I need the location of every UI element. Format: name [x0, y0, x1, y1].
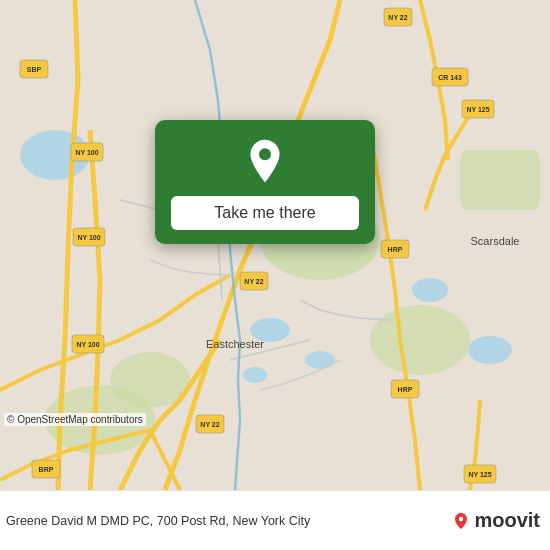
svg-text:NY 100: NY 100: [77, 234, 100, 241]
location-pin-icon: [241, 138, 289, 186]
svg-point-3: [305, 351, 335, 369]
svg-text:NY 100: NY 100: [75, 149, 98, 156]
svg-point-4: [243, 367, 267, 383]
moovit-logo-text: moovit: [474, 509, 540, 532]
svg-point-6: [468, 336, 512, 364]
moovit-pin-icon: [452, 512, 470, 530]
svg-text:CR 143: CR 143: [438, 74, 462, 81]
osm-credit: © OpenStreetMap contributors: [4, 413, 146, 426]
svg-text:Scarsdale: Scarsdale: [471, 235, 520, 247]
svg-text:NY 125: NY 125: [466, 106, 489, 113]
footer: Greene David M DMD PC, 700 Post Rd, New …: [0, 490, 550, 550]
svg-point-5: [412, 278, 448, 302]
map-container: NY 22 NY 100 NY 100 NY 100 SBP NY 22 NY …: [0, 0, 550, 490]
svg-text:NY 125: NY 125: [468, 471, 491, 478]
svg-text:HRP: HRP: [388, 246, 403, 253]
svg-text:NY 22: NY 22: [388, 14, 407, 21]
moovit-logo: moovit: [452, 509, 540, 532]
svg-text:HRP: HRP: [398, 386, 413, 393]
svg-point-8: [370, 305, 470, 375]
svg-text:Eastchester: Eastchester: [206, 338, 264, 350]
svg-point-41: [459, 516, 463, 520]
svg-text:NY 22: NY 22: [244, 278, 263, 285]
address-text: Greene David M DMD PC, 700 Post Rd, New …: [6, 514, 452, 528]
overlay-card: Take me there: [155, 120, 375, 244]
svg-text:BRP: BRP: [39, 466, 54, 473]
svg-rect-10: [460, 150, 540, 210]
svg-text:NY 22: NY 22: [200, 421, 219, 428]
take-me-there-button[interactable]: Take me there: [171, 196, 359, 230]
svg-text:SBP: SBP: [27, 66, 42, 73]
svg-text:NY 100: NY 100: [76, 341, 99, 348]
svg-point-40: [259, 148, 271, 160]
